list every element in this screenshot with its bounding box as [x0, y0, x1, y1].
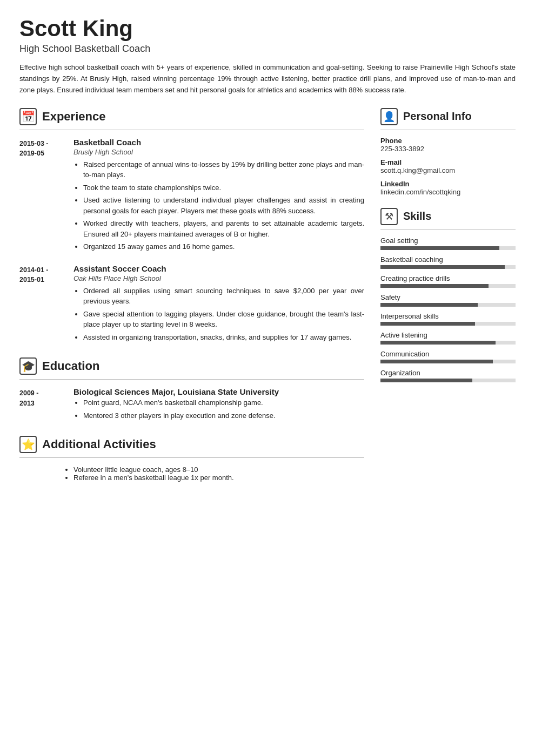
- linkedin-value: linkedin.com/in/scottqking: [380, 188, 516, 196]
- skill-bar-bg: [380, 246, 516, 250]
- right-column: 👤 Personal Info Phone 225-333-3892 E-mai…: [380, 108, 516, 388]
- skills-icon: ⚒: [380, 208, 398, 225]
- bullet-item: Gave special attention to lagging player…: [83, 309, 364, 330]
- experience-dates-2: 2014-01 - 2015-01: [19, 264, 73, 345]
- experience-content-2: Assistant Soccer Coach Oak Hills Place H…: [73, 264, 364, 345]
- skill-item-0: Goal setting: [380, 237, 516, 250]
- personal-info-title: Personal Info: [403, 110, 472, 123]
- skills-title: Skills: [403, 210, 431, 222]
- additional-content: Volunteer little league coach, ages 8–10…: [19, 465, 364, 482]
- additional-title: Additional Activities: [42, 437, 156, 451]
- main-layout: 📅 Experience 2015-03 - 2019-05 Basketbal…: [19, 108, 516, 482]
- skill-bar-fill: [380, 284, 489, 288]
- phone-item: Phone 225-333-3892: [380, 137, 516, 153]
- email-item: E-mail scott.q.king@gmail.com: [380, 158, 516, 174]
- experience-icon: 📅: [19, 108, 37, 125]
- candidate-name: Scott King: [19, 16, 516, 41]
- skill-bar-bg: [380, 379, 516, 382]
- skill-item-4: Interpersonal skills: [380, 312, 516, 326]
- bullet-item: Point guard, NCAA men's basketball champ…: [83, 397, 364, 408]
- skill-bar-bg: [380, 284, 516, 288]
- bullet-item: Volunteer little league coach, ages 8–10: [73, 465, 364, 474]
- education-title: Education: [42, 359, 99, 373]
- skill-bar-fill: [380, 265, 505, 269]
- education-bullets-1: Point guard, NCAA men's basketball champ…: [73, 397, 364, 421]
- additional-section: ⭐ Additional Activities Volunteer little…: [19, 436, 364, 482]
- education-header: 🎓 Education: [19, 357, 364, 375]
- skill-item-7: Organization: [380, 369, 516, 382]
- experience-subtitle-1: Brusly High School: [73, 148, 364, 156]
- left-column: 📅 Experience 2015-03 - 2019-05 Basketbal…: [19, 108, 364, 482]
- skill-bar-fill: [380, 322, 475, 326]
- experience-subtitle-2: Oak Hills Place High School: [73, 274, 364, 282]
- personal-info-section: 👤 Personal Info Phone 225-333-3892 E-mai…: [380, 108, 516, 196]
- candidate-title: High School Basketball Coach: [19, 43, 516, 55]
- skill-item-6: Communication: [380, 350, 516, 363]
- bullet-item: Ordered all supplies using smart sourcin…: [83, 286, 364, 307]
- experience-dates-1: 2015-03 - 2019-05: [19, 138, 73, 254]
- bullet-item: Raised percentage of annual wins-to-loss…: [83, 159, 364, 180]
- skill-item-1: Basketball coaching: [380, 255, 516, 269]
- skill-bar-bg: [380, 322, 516, 326]
- bullet-item: Organized 15 away games and 16 home game…: [83, 241, 364, 252]
- skill-bar-fill: [380, 341, 496, 345]
- experience-content-1: Basketball Coach Brusly High School Rais…: [73, 138, 364, 254]
- skill-bar-fill: [380, 246, 499, 250]
- skill-name: Interpersonal skills: [380, 312, 516, 320]
- skill-bar-fill: [380, 360, 493, 363]
- skill-name: Goal setting: [380, 237, 516, 245]
- bullet-item: Referee in a men's basketball league 1x …: [73, 474, 364, 482]
- experience-entry-2: 2014-01 - 2015-01 Assistant Soccer Coach…: [19, 264, 364, 345]
- additional-icon: ⭐: [19, 436, 37, 453]
- personal-info-header: 👤 Personal Info: [380, 108, 516, 125]
- bullet-item: Took the team to state championships twi…: [83, 183, 364, 193]
- skill-item-3: Safety: [380, 293, 516, 307]
- personal-info-icon: 👤: [380, 108, 398, 125]
- skill-bar-bg: [380, 265, 516, 269]
- experience-job-title-1: Basketball Coach: [73, 138, 364, 147]
- skill-bar-fill: [380, 379, 472, 382]
- education-dates-1: 2009 - 2013: [19, 387, 73, 423]
- experience-section: 📅 Experience 2015-03 - 2019-05 Basketbal…: [19, 108, 364, 345]
- bullet-item: Assisted in organizing transportation, s…: [83, 332, 364, 343]
- skill-bar-fill: [380, 303, 478, 307]
- bullet-item: Worked directly with teachers, players, …: [83, 218, 364, 239]
- skills-section: ⚒ Skills Goal setting Basketball coachin…: [380, 208, 516, 382]
- skill-name: Communication: [380, 350, 516, 358]
- additional-bullets: Volunteer little league coach, ages 8–10…: [73, 465, 364, 482]
- phone-label: Phone: [380, 137, 516, 145]
- linkedin-label: LinkedIn: [380, 180, 516, 188]
- skill-item-5: Active listening: [380, 331, 516, 345]
- bullet-item: Mentored 3 other players in play executi…: [83, 410, 364, 421]
- skill-name: Organization: [380, 369, 516, 377]
- education-entry-1: 2009 - 2013 Biological Sciences Major, L…: [19, 387, 364, 423]
- experience-job-title-2: Assistant Soccer Coach: [73, 264, 364, 273]
- education-icon: 🎓: [19, 357, 37, 375]
- skill-name: Safety: [380, 293, 516, 301]
- resume-header: Scott King High School Basketball Coach: [19, 16, 516, 55]
- skills-list: Goal setting Basketball coaching Creatin…: [380, 237, 516, 382]
- linkedin-item: LinkedIn linkedin.com/in/scottqking: [380, 180, 516, 196]
- skill-bar-bg: [380, 341, 516, 345]
- email-label: E-mail: [380, 158, 516, 166]
- skills-header: ⚒ Skills: [380, 208, 516, 225]
- education-section: 🎓 Education 2009 - 2013 Biological Scien…: [19, 357, 364, 423]
- email-value: scott.q.king@gmail.com: [380, 166, 516, 174]
- skill-item-2: Creating practice drills: [380, 274, 516, 288]
- summary-text: Effective high school basketball coach w…: [19, 62, 516, 96]
- experience-title: Experience: [42, 110, 105, 124]
- skill-bar-bg: [380, 303, 516, 307]
- experience-bullets-2: Ordered all supplies using smart sourcin…: [73, 286, 364, 343]
- skill-bar-bg: [380, 360, 516, 363]
- experience-entry-1: 2015-03 - 2019-05 Basketball Coach Brusl…: [19, 138, 364, 254]
- additional-header: ⭐ Additional Activities: [19, 436, 364, 453]
- experience-header: 📅 Experience: [19, 108, 364, 125]
- skill-name: Basketball coaching: [380, 255, 516, 264]
- experience-bullets-1: Raised percentage of annual wins-to-loss…: [73, 159, 364, 252]
- skill-name: Active listening: [380, 331, 516, 339]
- phone-value: 225-333-3892: [380, 145, 516, 153]
- education-degree-1: Biological Sciences Major, Louisiana Sta…: [73, 387, 364, 396]
- bullet-item: Used active listening to understand indi…: [83, 195, 364, 216]
- skill-name: Creating practice drills: [380, 274, 516, 282]
- education-content-1: Biological Sciences Major, Louisiana Sta…: [73, 387, 364, 423]
